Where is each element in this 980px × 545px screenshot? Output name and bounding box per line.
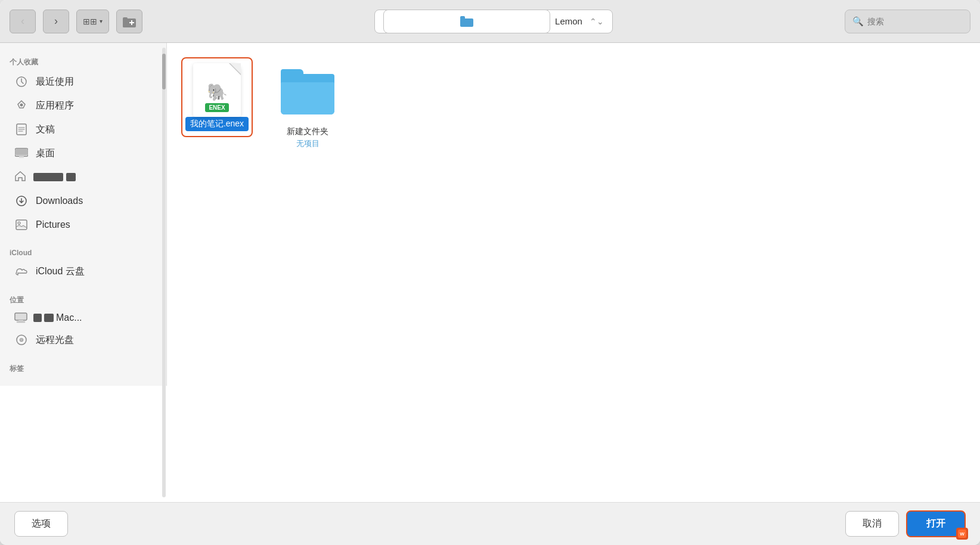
sidebar-item-home[interactable] <box>5 165 162 189</box>
svg-rect-2 <box>123 17 128 20</box>
svg-rect-12 <box>15 149 27 155</box>
recents-icon <box>14 75 29 89</box>
toolbar: ‹ › ⊞⊞ ▾ Lemon <box>0 0 980 43</box>
sidebar-item-desktop[interactable]: 桌面 <box>5 141 162 165</box>
sidebar-item-apps[interactable]: 应用程序 <box>5 94 162 117</box>
grid-icon: ⊞⊞ <box>83 17 97 26</box>
downloads-label: Downloads <box>36 196 83 206</box>
folder-subtitle: 无项目 <box>296 138 320 149</box>
sidebar-item-pictures[interactable]: Pictures <box>5 213 162 237</box>
main-area: 个人收藏 最近使用 <box>0 43 980 502</box>
svg-rect-18 <box>15 314 26 320</box>
folder-icon-wrapper <box>278 62 337 122</box>
file-area: 🐘 ENEX 我的笔记.enex 新建文 <box>167 43 980 502</box>
apps-icon <box>14 98 29 113</box>
mac-icon <box>14 312 27 323</box>
bottom-left-buttons: 选项 <box>14 511 68 537</box>
enex-label-badge: ENEX <box>205 103 228 112</box>
home-name-redacted2 <box>66 173 76 181</box>
location-folder-icon <box>383 10 550 33</box>
svg-rect-19 <box>18 320 23 321</box>
enex-icon-wrapper: 🐘 ENEX <box>193 63 241 117</box>
docs-icon <box>14 122 29 137</box>
view-button[interactable]: ⊞⊞ ▾ <box>76 10 109 33</box>
pictures-label: Pictures <box>36 219 70 230</box>
remote-disc-label: 远程光盘 <box>36 334 74 346</box>
apps-label: 应用程序 <box>36 100 74 112</box>
sidebar-item-mac[interactable]: Mac... <box>5 308 162 328</box>
desktop-label: 桌面 <box>36 147 55 160</box>
recents-label: 最近使用 <box>36 76 74 88</box>
sidebar-scrollbar-thumb <box>162 54 166 89</box>
location-arrows-icon: ⌃⌄ <box>590 17 604 26</box>
svg-rect-15 <box>16 220 27 230</box>
badge-icon: W <box>960 531 965 537</box>
sidebar-item-downloads[interactable]: Downloads <box>5 189 162 213</box>
downloads-icon <box>14 194 29 208</box>
svg-rect-5 <box>460 18 473 27</box>
icloud-drive-label: iCloud 云盘 <box>36 265 85 278</box>
open-button-container: 打开 W <box>906 510 966 537</box>
search-bar[interactable]: 🔍 <box>845 10 970 33</box>
remote-disc-icon <box>14 333 29 347</box>
enex-file-icon: 🐘 ENEX <box>193 63 241 117</box>
tags-section-title: 标签 <box>0 359 166 376</box>
search-icon: 🔍 <box>852 16 864 27</box>
back-icon: ‹ <box>21 15 24 27</box>
bottom-bar: 选项 取消 打开 W <box>0 502 980 545</box>
file-item-enex[interactable]: 🐘 ENEX 我的笔记.enex <box>181 57 253 137</box>
sidebar-item-icloud-drive[interactable]: iCloud 云盘 <box>5 259 162 283</box>
badge-inner: W <box>958 529 966 538</box>
mac-label: Mac... <box>56 312 82 323</box>
docs-label: 文稿 <box>36 123 55 136</box>
mac-block1 <box>33 314 42 322</box>
file-grid: 🐘 ENEX 我的笔记.enex 新建文 <box>181 57 966 154</box>
back-button[interactable]: ‹ <box>10 10 36 33</box>
svg-point-23 <box>21 339 22 340</box>
view-dropdown-icon: ▾ <box>100 18 103 24</box>
sidebar-content: 个人收藏 最近使用 <box>0 43 167 386</box>
svg-point-16 <box>18 222 20 224</box>
folder-name: 新建文件夹 <box>287 126 328 137</box>
pictures-icon <box>14 218 29 232</box>
sidebar-item-docs[interactable]: 文稿 <box>5 117 162 141</box>
svg-rect-13 <box>19 156 24 158</box>
svg-rect-6 <box>460 16 465 20</box>
locations-section-title: 位置 <box>0 290 166 308</box>
icloud-section-title: iCloud <box>0 244 166 259</box>
home-name-redacted <box>33 173 63 181</box>
location-bar[interactable]: Lemon ⌃⌄ <box>374 10 613 33</box>
cancel-button[interactable]: 取消 <box>845 511 899 537</box>
svg-rect-20 <box>17 321 25 323</box>
bottom-right-buttons: 取消 打开 W <box>845 510 966 537</box>
sidebar-scrollbar[interactable] <box>162 48 166 497</box>
forward-icon: › <box>54 15 58 27</box>
sidebar-item-recents[interactable]: 最近使用 <box>5 70 162 94</box>
search-input[interactable] <box>867 17 963 26</box>
new-folder-icon <box>123 16 136 27</box>
folder-icon-large <box>281 69 334 114</box>
enex-file-name: 我的笔记.enex <box>185 117 249 131</box>
open-badge: W <box>956 528 968 540</box>
svg-point-8 <box>20 104 23 107</box>
elephant-icon: 🐘 <box>207 84 228 101</box>
location-name: Lemon <box>555 16 582 26</box>
fold-inner <box>230 63 241 74</box>
personal-section-title: 个人收藏 <box>0 52 166 70</box>
finder-window: ‹ › ⊞⊞ ▾ Lemon <box>0 0 980 545</box>
new-folder-button[interactable] <box>116 10 142 33</box>
mac-block2 <box>44 314 54 322</box>
sidebar: 个人收藏 最近使用 <box>0 43 167 502</box>
file-item-folder[interactable]: 新建文件夹 无项目 <box>272 57 343 154</box>
options-button[interactable]: 选项 <box>14 511 68 537</box>
icloud-icon <box>14 264 29 278</box>
sidebar-item-remote-disc[interactable]: 远程光盘 <box>5 328 162 352</box>
folder-front <box>281 82 334 114</box>
forward-button[interactable]: › <box>43 10 69 33</box>
desktop-icon <box>14 146 29 160</box>
home-icon <box>14 170 26 184</box>
